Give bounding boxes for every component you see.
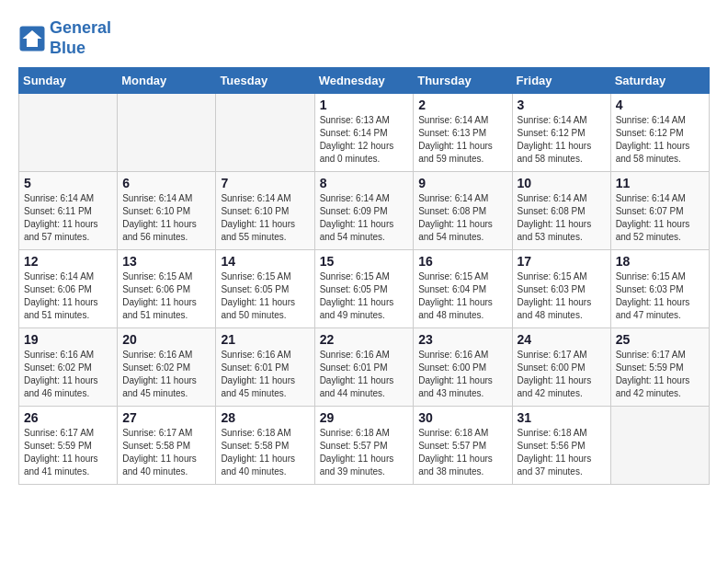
day-number: 22 xyxy=(320,332,409,347)
day-number: 30 xyxy=(418,410,506,425)
day-number: 11 xyxy=(616,176,704,190)
day-number: 24 xyxy=(518,332,606,347)
day-header-tuesday: Tuesday xyxy=(216,68,314,94)
calendar-cell: 13Sunrise: 6:15 AM Sunset: 6:06 PM Dayli… xyxy=(118,250,216,328)
calendar-cell: 18Sunrise: 6:15 AM Sunset: 6:03 PM Dayli… xyxy=(610,250,709,328)
day-info: Sunrise: 6:15 AM Sunset: 6:05 PM Dayligh… xyxy=(221,270,309,322)
calendar-cell: 16Sunrise: 6:15 AM Sunset: 6:04 PM Dayli… xyxy=(414,250,512,328)
calendar-cell: 2Sunrise: 6:14 AM Sunset: 6:13 PM Daylig… xyxy=(414,94,512,172)
day-number: 20 xyxy=(122,332,210,347)
day-number: 7 xyxy=(221,176,309,190)
calendar-cell: 11Sunrise: 6:14 AM Sunset: 6:07 PM Dayli… xyxy=(610,172,709,250)
calendar-cell: 25Sunrise: 6:17 AM Sunset: 5:59 PM Dayli… xyxy=(610,328,709,407)
day-info: Sunrise: 6:14 AM Sunset: 6:07 PM Dayligh… xyxy=(616,192,704,244)
day-info: Sunrise: 6:14 AM Sunset: 6:08 PM Dayligh… xyxy=(518,192,606,244)
day-info: Sunrise: 6:16 AM Sunset: 6:02 PM Dayligh… xyxy=(24,349,112,400)
day-header-thursday: Thursday xyxy=(414,68,512,94)
week-row-5: 26Sunrise: 6:17 AM Sunset: 5:59 PM Dayli… xyxy=(19,407,710,485)
page-header: General Blue xyxy=(18,18,710,58)
day-info: Sunrise: 6:15 AM Sunset: 6:03 PM Dayligh… xyxy=(616,270,704,322)
day-number: 27 xyxy=(122,410,210,425)
day-info: Sunrise: 6:15 AM Sunset: 6:03 PM Dayligh… xyxy=(518,270,606,322)
calendar-cell: 26Sunrise: 6:17 AM Sunset: 5:59 PM Dayli… xyxy=(19,407,118,485)
day-number: 16 xyxy=(418,254,506,269)
day-number: 8 xyxy=(320,176,409,190)
day-number: 19 xyxy=(24,332,112,347)
day-number: 21 xyxy=(221,332,309,347)
calendar-cell: 8Sunrise: 6:14 AM Sunset: 6:09 PM Daylig… xyxy=(314,172,414,250)
day-info: Sunrise: 6:13 AM Sunset: 6:14 PM Dayligh… xyxy=(320,114,409,166)
calendar-table: SundayMondayTuesdayWednesdayThursdayFrid… xyxy=(18,67,710,485)
day-info: Sunrise: 6:16 AM Sunset: 6:00 PM Dayligh… xyxy=(418,349,506,400)
day-number: 28 xyxy=(221,410,309,425)
day-number: 25 xyxy=(616,332,704,347)
day-info: Sunrise: 6:18 AM Sunset: 5:57 PM Dayligh… xyxy=(320,427,409,478)
day-number: 4 xyxy=(616,98,704,112)
calendar-cell: 28Sunrise: 6:18 AM Sunset: 5:58 PM Dayli… xyxy=(216,407,314,485)
day-number: 1 xyxy=(320,98,409,112)
day-number: 14 xyxy=(221,254,309,269)
calendar-cell: 7Sunrise: 6:14 AM Sunset: 6:10 PM Daylig… xyxy=(216,172,314,250)
calendar-cell: 1Sunrise: 6:13 AM Sunset: 6:14 PM Daylig… xyxy=(314,94,414,172)
calendar-cell xyxy=(216,94,314,172)
day-number: 5 xyxy=(24,176,112,190)
calendar-cell: 27Sunrise: 6:17 AM Sunset: 5:58 PM Dayli… xyxy=(118,407,216,485)
day-info: Sunrise: 6:16 AM Sunset: 6:02 PM Dayligh… xyxy=(122,349,210,400)
day-info: Sunrise: 6:14 AM Sunset: 6:10 PM Dayligh… xyxy=(122,192,210,244)
calendar-cell xyxy=(19,94,118,172)
day-info: Sunrise: 6:17 AM Sunset: 5:58 PM Dayligh… xyxy=(122,427,210,478)
calendar-cell: 24Sunrise: 6:17 AM Sunset: 6:00 PM Dayli… xyxy=(512,328,610,407)
day-number: 18 xyxy=(616,254,704,269)
calendar-cell: 23Sunrise: 6:16 AM Sunset: 6:00 PM Dayli… xyxy=(414,328,512,407)
day-header-saturday: Saturday xyxy=(610,68,709,94)
calendar-cell: 3Sunrise: 6:14 AM Sunset: 6:12 PM Daylig… xyxy=(512,94,610,172)
calendar-cell: 4Sunrise: 6:14 AM Sunset: 6:12 PM Daylig… xyxy=(610,94,709,172)
days-header-row: SundayMondayTuesdayWednesdayThursdayFrid… xyxy=(19,68,710,94)
calendar-cell: 20Sunrise: 6:16 AM Sunset: 6:02 PM Dayli… xyxy=(118,328,216,407)
day-header-friday: Friday xyxy=(512,68,610,94)
day-info: Sunrise: 6:14 AM Sunset: 6:10 PM Dayligh… xyxy=(221,192,309,244)
day-info: Sunrise: 6:16 AM Sunset: 6:01 PM Dayligh… xyxy=(221,349,309,400)
day-info: Sunrise: 6:15 AM Sunset: 6:06 PM Dayligh… xyxy=(122,270,210,322)
calendar-cell: 19Sunrise: 6:16 AM Sunset: 6:02 PM Dayli… xyxy=(19,328,118,407)
day-info: Sunrise: 6:17 AM Sunset: 6:00 PM Dayligh… xyxy=(518,349,606,400)
day-number: 31 xyxy=(518,410,606,425)
calendar-cell: 14Sunrise: 6:15 AM Sunset: 6:05 PM Dayli… xyxy=(216,250,314,328)
day-info: Sunrise: 6:18 AM Sunset: 5:58 PM Dayligh… xyxy=(221,427,309,478)
day-number: 12 xyxy=(24,254,112,269)
week-row-4: 19Sunrise: 6:16 AM Sunset: 6:02 PM Dayli… xyxy=(19,328,710,407)
calendar-cell: 12Sunrise: 6:14 AM Sunset: 6:06 PM Dayli… xyxy=(19,250,118,328)
calendar-cell: 31Sunrise: 6:18 AM Sunset: 5:56 PM Dayli… xyxy=(512,407,610,485)
day-info: Sunrise: 6:15 AM Sunset: 6:04 PM Dayligh… xyxy=(418,270,506,322)
day-info: Sunrise: 6:16 AM Sunset: 6:01 PM Dayligh… xyxy=(320,349,409,400)
day-number: 26 xyxy=(24,410,112,425)
day-info: Sunrise: 6:14 AM Sunset: 6:09 PM Dayligh… xyxy=(320,192,409,244)
day-number: 13 xyxy=(122,254,210,269)
day-info: Sunrise: 6:18 AM Sunset: 5:57 PM Dayligh… xyxy=(418,427,506,478)
day-number: 23 xyxy=(418,332,506,347)
day-info: Sunrise: 6:14 AM Sunset: 6:12 PM Dayligh… xyxy=(616,114,704,166)
day-number: 3 xyxy=(518,98,606,112)
day-number: 2 xyxy=(418,98,506,112)
week-row-3: 12Sunrise: 6:14 AM Sunset: 6:06 PM Dayli… xyxy=(19,250,710,328)
day-info: Sunrise: 6:15 AM Sunset: 6:05 PM Dayligh… xyxy=(320,270,409,322)
day-info: Sunrise: 6:14 AM Sunset: 6:11 PM Dayligh… xyxy=(24,192,112,244)
day-number: 29 xyxy=(320,410,409,425)
calendar-cell: 10Sunrise: 6:14 AM Sunset: 6:08 PM Dayli… xyxy=(512,172,610,250)
calendar-cell: 6Sunrise: 6:14 AM Sunset: 6:10 PM Daylig… xyxy=(118,172,216,250)
day-header-wednesday: Wednesday xyxy=(314,68,414,94)
day-number: 9 xyxy=(418,176,506,190)
calendar-cell: 30Sunrise: 6:18 AM Sunset: 5:57 PM Dayli… xyxy=(414,407,512,485)
day-number: 6 xyxy=(122,176,210,190)
calendar-cell: 29Sunrise: 6:18 AM Sunset: 5:57 PM Dayli… xyxy=(314,407,414,485)
day-info: Sunrise: 6:14 AM Sunset: 6:12 PM Dayligh… xyxy=(518,114,606,166)
logo: General Blue xyxy=(18,18,111,58)
logo-icon xyxy=(18,25,46,52)
calendar-cell: 17Sunrise: 6:15 AM Sunset: 6:03 PM Dayli… xyxy=(512,250,610,328)
calendar-cell: 22Sunrise: 6:16 AM Sunset: 6:01 PM Dayli… xyxy=(314,328,414,407)
week-row-1: 1Sunrise: 6:13 AM Sunset: 6:14 PM Daylig… xyxy=(19,94,710,172)
day-number: 17 xyxy=(518,254,606,269)
day-info: Sunrise: 6:14 AM Sunset: 6:08 PM Dayligh… xyxy=(418,192,506,244)
day-header-sunday: Sunday xyxy=(19,68,118,94)
week-row-2: 5Sunrise: 6:14 AM Sunset: 6:11 PM Daylig… xyxy=(19,172,710,250)
